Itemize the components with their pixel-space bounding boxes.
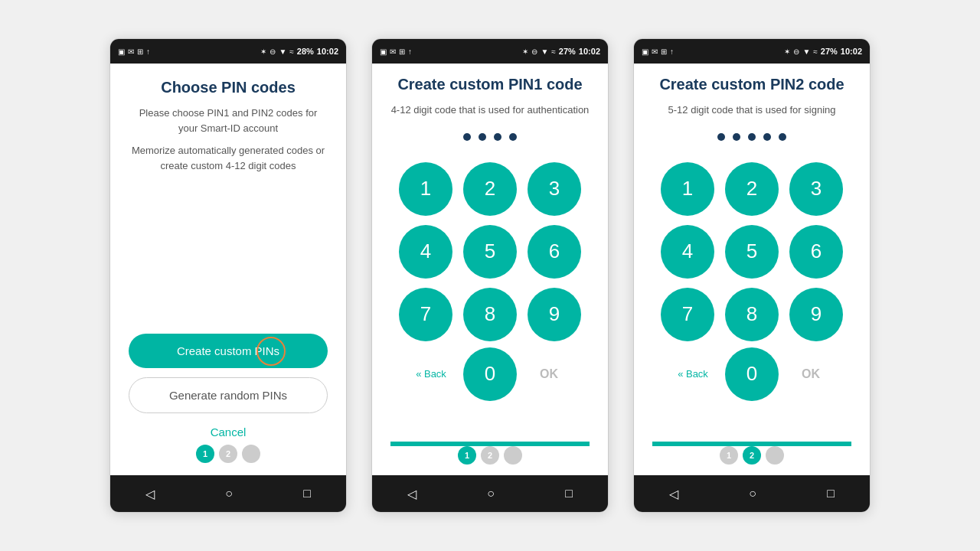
key3-7[interactable]: 7 bbox=[661, 288, 714, 341]
key-8[interactable]: 8 bbox=[463, 288, 517, 341]
keypad-bottom-2: « Back 0 OK bbox=[652, 341, 851, 401]
key3-6[interactable]: 6 bbox=[789, 225, 843, 279]
back-button-2[interactable]: « Back bbox=[666, 347, 720, 401]
keypad-2: 1 2 3 4 5 6 7 8 9 bbox=[652, 162, 851, 341]
key-9[interactable]: 9 bbox=[528, 288, 581, 341]
status-bar-3: ▣ ✉ ⊞ ↑ ✶ ⊖ ▼ ≈ 27% 10:02 bbox=[634, 39, 870, 64]
keypad-bottom-1: « Back 0 OK bbox=[390, 341, 590, 401]
ok-button-1[interactable]: OK bbox=[522, 347, 576, 401]
key3-3[interactable]: 3 bbox=[789, 162, 843, 216]
key3-0[interactable]: 0 bbox=[725, 347, 779, 401]
mail-icon: ✉ bbox=[128, 47, 134, 56]
phone-1: ▣ ✉ ⊞ ↑ ✶ ⊖ ▼ ≈ 28% 10:02 Choose PIN cod… bbox=[109, 38, 347, 513]
sim-icon-2: ▣ bbox=[380, 47, 387, 56]
back-nav-icon[interactable]: ◁ bbox=[145, 487, 155, 501]
key-0[interactable]: 0 bbox=[463, 347, 517, 401]
step-indicator-2: 1 2 bbox=[458, 446, 522, 465]
home-nav-icon[interactable]: ○ bbox=[225, 487, 233, 500]
screen-2-subtitle: 4-12 digit code that is used for authent… bbox=[391, 103, 590, 118]
step-3-1: 1 bbox=[720, 446, 738, 465]
mail-icon-2: ✉ bbox=[390, 47, 396, 56]
recents-nav-2[interactable]: □ bbox=[565, 487, 573, 500]
step-3-2: 2 bbox=[743, 446, 761, 465]
back-button-1[interactable]: « Back bbox=[404, 347, 458, 401]
step-1: 1 bbox=[196, 445, 214, 463]
bt-icon-3: ✶ bbox=[784, 47, 790, 56]
pin2-dot-1 bbox=[717, 133, 725, 141]
time-3: 10:02 bbox=[841, 47, 862, 56]
bt-icon: ✶ bbox=[260, 47, 266, 56]
time-2: 10:02 bbox=[579, 47, 600, 56]
key-6[interactable]: 6 bbox=[528, 225, 581, 279]
bottom-nav-1: ◁ ○ □ bbox=[110, 475, 346, 512]
pin-dot-3 bbox=[494, 133, 501, 141]
status-bar-1: ▣ ✉ ⊞ ↑ ✶ ⊖ ▼ ≈ 28% 10:02 bbox=[110, 39, 346, 64]
pin-dot-4 bbox=[509, 133, 517, 141]
step-3-3 bbox=[766, 446, 784, 465]
home-nav-2[interactable]: ○ bbox=[487, 487, 495, 500]
key-2[interactable]: 2 bbox=[463, 162, 517, 216]
status-left-3: ▣ ✉ ⊞ ↑ bbox=[642, 47, 674, 56]
pin2-dot-3 bbox=[748, 133, 756, 141]
upload-icon-2: ↑ bbox=[408, 47, 412, 56]
create-custom-pins-button[interactable]: Create custom PINs bbox=[129, 334, 328, 368]
recents-nav-3[interactable]: □ bbox=[827, 487, 835, 500]
status-right-2: ✶ ⊖ ▼ ≈ 27% 10:02 bbox=[522, 47, 600, 56]
screen-2-title: Create custom PIN1 code bbox=[397, 76, 582, 93]
upload-icon: ↑ bbox=[146, 47, 150, 56]
generate-random-pins-button[interactable]: Generate random PINs bbox=[129, 377, 328, 413]
back-nav-2[interactable]: ◁ bbox=[407, 487, 416, 501]
key3-2[interactable]: 2 bbox=[725, 162, 779, 216]
step-indicator-3: 1 2 bbox=[720, 446, 784, 465]
ok-button-2[interactable]: OK bbox=[784, 347, 838, 401]
key-7[interactable]: 7 bbox=[399, 288, 452, 341]
battery-pct-3: 27% bbox=[821, 47, 838, 56]
status-right-3: ✶ ⊖ ▼ ≈ 27% 10:02 bbox=[784, 47, 862, 56]
pin-dots-2 bbox=[717, 133, 786, 141]
screen-3-title: Create custom PIN2 code bbox=[659, 76, 844, 93]
cancel-button[interactable]: Cancel bbox=[211, 425, 247, 439]
screen-1-note: Memorize automatically generated codes o… bbox=[129, 143, 328, 173]
upload-icon-3: ↑ bbox=[670, 47, 674, 56]
step-2: 2 bbox=[219, 445, 237, 463]
grid-icon: ⊞ bbox=[137, 47, 143, 56]
status-left-2: ▣ ✉ ⊞ ↑ bbox=[380, 47, 412, 56]
bottom-nav-2: ◁ ○ □ bbox=[372, 475, 608, 512]
data-icon: ≈ bbox=[289, 47, 294, 56]
grid-icon-3: ⊞ bbox=[661, 47, 667, 56]
sim-icon-3: ▣ bbox=[642, 47, 648, 56]
home-nav-3[interactable]: ○ bbox=[749, 487, 756, 500]
signal-icon: ⊖ bbox=[270, 47, 276, 56]
key3-1[interactable]: 1 bbox=[661, 162, 714, 216]
recents-nav-icon[interactable]: □ bbox=[303, 487, 311, 500]
back-nav-3[interactable]: ◁ bbox=[669, 487, 678, 501]
battery-pct-1: 28% bbox=[297, 47, 314, 56]
pin-dot-2 bbox=[479, 133, 486, 141]
key3-9[interactable]: 9 bbox=[789, 288, 843, 341]
mail-icon-3: ✉ bbox=[652, 47, 658, 56]
phone-2: ▣ ✉ ⊞ ↑ ✶ ⊖ ▼ ≈ 27% 10:02 Create custom … bbox=[371, 38, 609, 513]
screen-1: Choose PIN codes Please choose PIN1 and … bbox=[110, 64, 346, 475]
pin2-dot-2 bbox=[733, 133, 740, 141]
sim-icon: ▣ bbox=[118, 47, 125, 56]
signal-icon-3: ⊖ bbox=[793, 47, 799, 56]
key-1[interactable]: 1 bbox=[399, 162, 452, 216]
key-4[interactable]: 4 bbox=[399, 225, 452, 279]
screen-3: Create custom PIN2 code 5-12 digit code … bbox=[634, 64, 870, 475]
phone-3: ▣ ✉ ⊞ ↑ ✶ ⊖ ▼ ≈ 27% 10:02 Create custom … bbox=[633, 38, 871, 513]
status-right-icons: ✶ ⊖ ▼ ≈ 28% 10:02 bbox=[260, 47, 338, 56]
pin-dots-1 bbox=[463, 133, 517, 141]
step-indicator-1: 1 2 bbox=[196, 445, 260, 463]
key-3[interactable]: 3 bbox=[528, 162, 581, 216]
status-bar-2: ▣ ✉ ⊞ ↑ ✶ ⊖ ▼ ≈ 27% 10:02 bbox=[372, 39, 608, 64]
key3-5[interactable]: 5 bbox=[725, 225, 779, 279]
data-icon-2: ≈ bbox=[551, 47, 556, 56]
step-2-1: 1 bbox=[458, 446, 476, 465]
time-1: 10:02 bbox=[317, 47, 338, 56]
key3-4[interactable]: 4 bbox=[661, 225, 714, 279]
key-5[interactable]: 5 bbox=[463, 225, 517, 279]
status-left-icons: ▣ ✉ ⊞ ↑ bbox=[118, 47, 150, 56]
data-icon-3: ≈ bbox=[813, 47, 818, 56]
key3-8[interactable]: 8 bbox=[725, 288, 779, 341]
wifi-icon-2: ▼ bbox=[541, 47, 548, 56]
